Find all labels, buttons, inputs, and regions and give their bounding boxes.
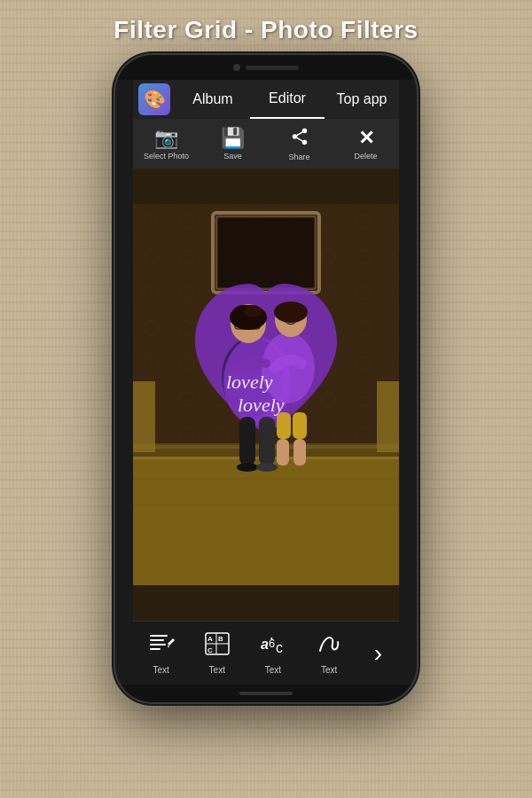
text-tool-2-label: Text — [209, 665, 225, 675]
share-button[interactable]: Share — [273, 127, 326, 161]
phone-screen: 🎨 Album Editor Top app 📷 Select Photo 💾 … — [133, 80, 399, 685]
photo-canvas: lovely lovely — [133, 168, 399, 621]
speaker-grill — [246, 66, 299, 70]
tab-album[interactable]: Album — [176, 80, 250, 119]
svg-text:A: A — [207, 635, 213, 643]
edit-text-icon — [148, 631, 175, 662]
svg-rect-30 — [259, 417, 275, 466]
svg-text:C: C — [207, 646, 213, 654]
svg-text:a: a — [261, 637, 269, 652]
svg-rect-10 — [218, 218, 314, 287]
abc-text-icon: A B C — [204, 631, 231, 662]
home-indicator — [239, 692, 293, 695]
svg-point-28 — [274, 301, 308, 323]
select-photo-button[interactable]: 📷 Select Photo — [140, 127, 193, 160]
svg-rect-41 — [150, 635, 168, 637]
tab-topapp[interactable]: Top app — [325, 80, 399, 119]
svg-point-26 — [244, 305, 262, 317]
share-icon — [290, 127, 309, 151]
save-icon: 💾 — [221, 127, 245, 150]
svg-rect-29 — [239, 417, 255, 466]
delete-label: Delete — [354, 152, 377, 160]
svg-point-35 — [237, 463, 258, 472]
svg-text:lovely: lovely — [226, 371, 273, 393]
save-button[interactable]: 💾 Save — [207, 127, 260, 160]
save-label: Save — [223, 152, 242, 160]
camera-dot — [233, 64, 240, 71]
tab-editor[interactable]: Editor — [250, 80, 325, 119]
main-toolbar: 📷 Select Photo 💾 Save Share ✕ Delete — [133, 119, 399, 168]
svg-rect-39 — [133, 381, 155, 452]
svg-point-36 — [256, 463, 278, 472]
nav-tabs: 🎨 Album Editor Top app — [133, 80, 399, 119]
text-tool-4[interactable]: Text — [306, 631, 352, 675]
delete-button[interactable]: ✕ Delete — [340, 127, 393, 160]
select-photo-label: Select Photo — [144, 152, 189, 160]
text-tool-1[interactable]: Text — [138, 631, 184, 675]
svg-rect-40 — [377, 381, 399, 452]
app-icon: 🎨 — [138, 83, 170, 115]
phone-frame: 🎨 Album Editor Top app 📷 Select Photo 💾 … — [115, 55, 417, 702]
svg-rect-34 — [293, 439, 306, 466]
phone-bottom-bar — [115, 685, 417, 702]
next-arrow-button[interactable]: › — [362, 638, 394, 669]
text-tool-2[interactable]: A B C Text — [194, 631, 240, 675]
text-tool-3-label: Text — [265, 665, 281, 675]
svg-text:c: c — [276, 640, 283, 655]
bottom-toolbar: Text A B C Text — [133, 621, 399, 685]
text-tool-3[interactable]: a 6 c • Text — [250, 631, 296, 675]
svg-rect-11 — [133, 452, 399, 585]
svg-text:lovely: lovely — [238, 394, 285, 416]
svg-text:•: • — [270, 634, 273, 642]
script-text-icon — [316, 631, 342, 662]
share-label: Share — [288, 153, 309, 161]
svg-rect-42 — [150, 639, 164, 641]
text-tool-1-label: Text — [153, 665, 168, 675]
svg-text:B: B — [218, 635, 223, 643]
phone-top-bar — [115, 55, 417, 80]
delete-icon: ✕ — [358, 127, 374, 150]
arrow-right-icon: › — [374, 639, 382, 668]
camera-icon: 📷 — [154, 127, 178, 150]
svg-rect-31 — [277, 412, 291, 439]
page-title: Filter Grid - Photo Filters — [113, 16, 418, 44]
svg-rect-33 — [277, 439, 289, 466]
text-tool-4-label: Text — [321, 665, 337, 675]
svg-rect-43 — [150, 644, 166, 645]
svg-rect-44 — [150, 648, 160, 650]
svg-rect-32 — [293, 412, 307, 439]
style-text-icon: a 6 c • — [260, 631, 286, 662]
